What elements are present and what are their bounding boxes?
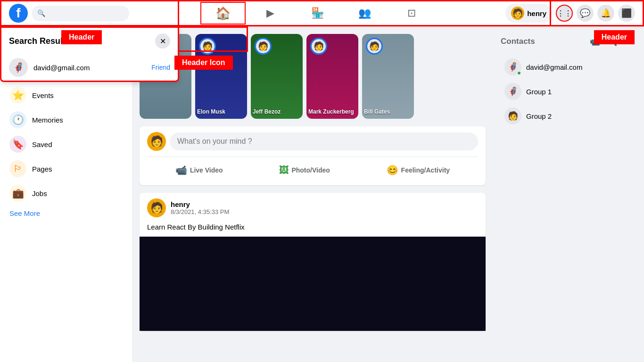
post-box: 🧑 📹 Live Video 🖼 Photo/Video 😊 Feeling/A… — [140, 126, 486, 185]
feeling-icon: 😊 — [387, 165, 398, 176]
pages-sidebar-icon: 🏳 — [9, 160, 26, 177]
sidebar-events-label: Events — [32, 91, 54, 99]
header-right: 🧑 henry ⋮⋮ 💬 🔔 ⬛ — [494, 4, 635, 23]
stories-row: 🧑 🧑 Elon Musk 🧑 Jeff Bezoz 🧑 Mark Zucker — [140, 34, 486, 119]
story-elon-avatar: 🧑 — [199, 38, 216, 55]
live-video-button[interactable]: 📹 Live Video — [168, 161, 231, 180]
sidebar-jobs-label: Jobs — [32, 189, 47, 197]
jobs-sidebar-icon: 💼 — [9, 185, 26, 202]
post-avatar: 🧑 — [147, 198, 166, 217]
nav-home[interactable]: 🏠 — [200, 2, 246, 25]
post-input-row: 🧑 — [147, 132, 478, 151]
post-user-avatar: 🧑 — [147, 132, 166, 151]
notifications-icon: 🔔 — [601, 8, 611, 18]
story-card-gates[interactable]: 🧑 Bill Gates — [362, 34, 414, 119]
post-user-info: henry 8/3/2021, 4:35:33 PM — [171, 200, 478, 215]
post-username: henry — [171, 200, 478, 208]
facebook-logo[interactable]: f — [9, 4, 28, 23]
account-button[interactable]: ⬛ — [618, 5, 635, 22]
contact-item-david[interactable]: 🦸 david@gmail.com — [501, 55, 636, 79]
watch-icon: ▶ — [266, 7, 274, 19]
story-bezos-avatar: 🧑 — [255, 38, 272, 55]
story-card-bezos[interactable]: 🧑 Jeff Bezoz — [251, 34, 303, 119]
post-media — [140, 237, 486, 331]
sidebar-item-memories[interactable]: 🕐 Memories — [4, 107, 128, 132]
story-elon-name: Elon Musk — [197, 108, 245, 115]
account-icon: ⬛ — [621, 8, 632, 18]
close-search-button[interactable]: ✕ — [155, 33, 170, 49]
post-actions: 📹 Live Video 🖼 Photo/Video 😊 Feeling/Act… — [147, 156, 478, 180]
header-icon-annotation-label: Header Icon — [174, 56, 233, 70]
header-avatar: 🧑 — [511, 7, 524, 20]
story-gates-name: Bill Gates — [364, 108, 412, 115]
gaming-icon: ⊡ — [407, 7, 416, 19]
search-result-item[interactable]: 🦸 david@gmail.com Friend — [1, 54, 178, 81]
notifications-button[interactable]: 🔔 — [597, 5, 614, 22]
story-zuck-bg: 🧑 Mark Zuckerberg — [306, 34, 358, 119]
story-elon-bg: 🧑 Elon Musk — [195, 34, 247, 119]
sidebar-pages-label: Pages — [32, 165, 52, 173]
header-left-annotation-label: Header — [61, 30, 102, 44]
contact-item-group1[interactable]: 🦸 Group 1 — [501, 79, 636, 104]
story-card-zuck[interactable]: 🧑 Mark Zuckerberg — [306, 34, 358, 119]
story-gates-bg: 🧑 Bill Gates — [362, 34, 414, 119]
online-indicator — [517, 71, 521, 75]
messenger-icon: 💬 — [580, 8, 590, 18]
saved-sidebar-icon: 🔖 — [9, 136, 26, 153]
post-input[interactable] — [170, 132, 478, 150]
header-left: f 🔍 david — [9, 4, 141, 23]
marketplace-icon: 🏪 — [311, 7, 324, 19]
sidebar-item-events[interactable]: ⭐ Events — [4, 83, 128, 107]
facebook-logo-text: f — [16, 6, 20, 21]
sidebar-item-saved[interactable]: 🔖 Saved — [4, 132, 128, 156]
memories-sidebar-icon: 🕐 — [9, 111, 26, 128]
search-box[interactable]: 🔍 david — [32, 6, 129, 21]
search-icon: 🔍 — [37, 9, 45, 17]
contact-group1-name: Group 1 — [526, 88, 552, 96]
nav-groups[interactable]: 👥 — [342, 2, 387, 25]
feed-post: 🧑 henry 8/3/2021, 4:35:33 PM Learn React… — [140, 193, 486, 331]
contact-group2-avatar: 🧑 — [504, 107, 521, 124]
sidebar-item-jobs[interactable]: 💼 Jobs — [4, 181, 128, 206]
see-more-button[interactable]: See More — [4, 206, 128, 221]
nav-marketplace[interactable]: 🏪 — [295, 2, 340, 25]
events-sidebar-icon: ⭐ — [9, 87, 26, 104]
home-icon: 🏠 — [215, 6, 231, 21]
story-gates-avatar: 🧑 — [366, 38, 383, 55]
menu-grid-button[interactable]: ⋮⋮ — [556, 5, 573, 22]
header-user-profile[interactable]: 🧑 henry — [505, 4, 552, 23]
story-bezos-bg: 🧑 Jeff Bezoz — [251, 34, 303, 119]
live-video-label: Live Video — [190, 166, 223, 174]
post-header: 🧑 henry 8/3/2021, 4:35:33 PM — [140, 193, 486, 223]
groups-icon: 👥 — [358, 7, 371, 19]
photo-video-icon: 🖼 — [279, 165, 289, 176]
result-avatar: 🦸 — [9, 58, 28, 77]
header: f 🔍 david 🏠 ▶ 🏪 👥 ⊡ 🧑 henry ⋮⋮ — [0, 0, 644, 26]
grid-icon: ⋮⋮ — [557, 9, 572, 18]
contact-item-group2[interactable]: 🧑 Group 2 — [501, 104, 636, 128]
post-text: Learn React By Building Netflix — [140, 223, 486, 237]
nav-watch[interactable]: ▶ — [248, 2, 293, 25]
header-nav: 🏠 ▶ 🏪 👥 ⊡ — [141, 2, 494, 25]
result-friend-badge: Friend — [151, 64, 170, 71]
photo-video-button[interactable]: 🖼 Photo/Video — [272, 161, 337, 180]
story-bezos-name: Jeff Bezoz — [253, 108, 301, 115]
search-input[interactable]: david — [48, 9, 124, 17]
live-video-icon: 📹 — [175, 165, 187, 176]
messenger-button[interactable]: 💬 — [577, 5, 594, 22]
photo-video-label: Photo/Video — [291, 166, 330, 174]
story-zuck-name: Mark Zuckerberg — [308, 108, 356, 115]
sidebar-saved-label: Saved — [32, 140, 52, 148]
post-time: 8/3/2021, 4:35:33 PM — [171, 208, 478, 215]
story-card-elon[interactable]: 🧑 Elon Musk — [195, 34, 247, 119]
nav-gaming[interactable]: ⊡ — [389, 2, 434, 25]
sidebar-memories-label: Memories — [32, 116, 63, 124]
header-right-annotation-label: Header — [594, 30, 635, 44]
sidebar-item-pages[interactable]: 🏳 Pages — [4, 156, 128, 181]
contacts-title: Contacts — [501, 37, 535, 46]
header-username: henry — [527, 9, 546, 17]
feeling-activity-button[interactable]: 😊 Feeling/Activity — [379, 161, 457, 180]
contact-david-avatar: 🦸 — [504, 58, 521, 75]
contact-group2-name: Group 2 — [526, 112, 552, 120]
contact-david-name: david@gmail.com — [526, 63, 582, 71]
